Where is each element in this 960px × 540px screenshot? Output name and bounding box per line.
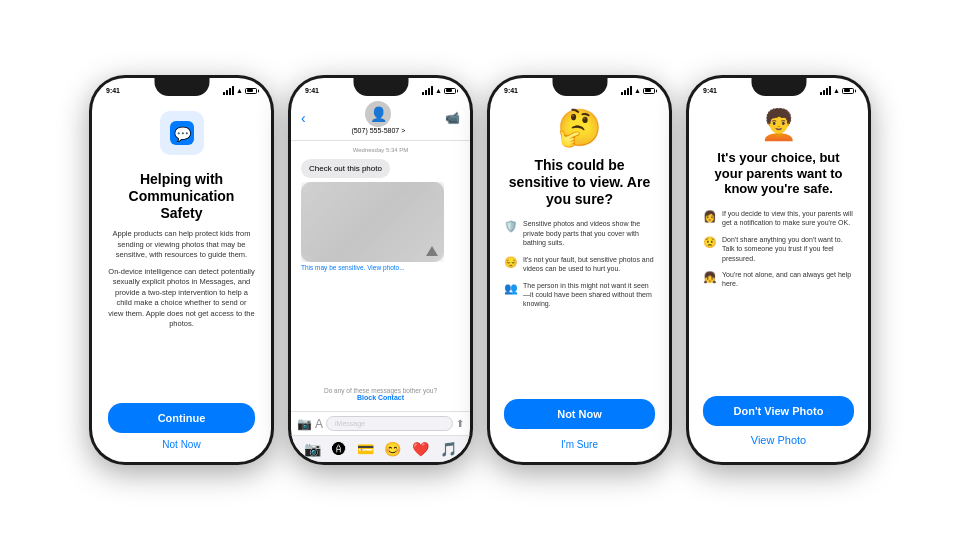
wifi-1: ▲ [236,87,243,94]
notch-2 [353,78,408,96]
send-icon[interactable]: ⬆ [456,418,464,429]
message-input[interactable]: iMessage [326,416,453,431]
battery-2 [444,88,456,94]
reason-text-3-2: The person in this might not want it see… [523,281,655,309]
phone3-content: 🤔 This could be sensitive to view. Are y… [490,97,669,462]
apps-icon[interactable]: A [315,417,323,431]
signal-3 [621,86,632,95]
notch-3 [552,78,607,96]
status-icons-4: ▲ [820,86,854,95]
phone1-desc1: Apple products can help protect kids fro… [108,229,255,261]
reason-item-4-1: 😟 Don't share anything you don't want to… [703,235,854,263]
contact-number: (507) 555-5807 > [351,127,405,134]
signal-1 [223,86,234,95]
communication-safety-icon: 💬 [160,111,204,163]
time-1: 9:41 [106,87,120,94]
phones-container: 9:41 ▲ [69,55,891,485]
svg-text:💬: 💬 [173,126,191,143]
phone4-content: 🧑‍🦱 It's your choice, but your parents w… [689,97,868,462]
time-2: 9:41 [305,87,319,94]
phone-2: 9:41 ▲ ‹ 👤 [288,75,473,465]
phone-1: 9:41 ▲ [89,75,274,465]
crown-emoji: 🧑‍🦱 [760,107,797,142]
reason-icon-4-2: 👧 [703,271,717,284]
notch-4 [751,78,806,96]
app-dock: 📷 🅐 💳 😊 ❤️ 🎵 [291,435,470,462]
battery-1 [245,88,257,94]
not-now-button-3[interactable]: Not Now [504,399,655,429]
status-icons-2: ▲ [422,86,456,95]
reason-text-3-0: Sensitive photos and videos show the pri… [523,219,655,247]
time-3: 9:41 [504,87,518,94]
appstore-dock-icon[interactable]: 🅐 [332,441,346,457]
notch-1 [154,78,209,96]
camera-dock-icon[interactable]: 📷 [304,441,321,457]
phone3-buttons: Not Now I'm Sure [504,399,655,450]
camera-icon[interactable]: 📷 [297,417,312,431]
reason-list-3: 🛡️ Sensitive photos and videos show the … [504,219,655,309]
reason-text-3-1: It's not your fault, but sensitive photo… [523,255,655,274]
block-contact-button[interactable]: Block Contact [301,394,460,401]
phone1-desc2: On-device intelligence can detect potent… [108,267,255,330]
contact-avatar: 👤 [365,101,391,127]
message-input-bar: 📷 A iMessage ⬆ [291,411,470,435]
im-sure-button[interactable]: I'm Sure [561,439,598,450]
blurred-photo [301,182,444,262]
reason-text-4-2: You're not alone, and can always get hel… [722,270,854,289]
status-icons-3: ▲ [621,86,655,95]
reason-item-4-2: 👧 You're not alone, and can always get h… [703,270,854,289]
phone1-content: 💬 Helping with Communication Safety Appl… [92,97,271,462]
phone-4: 9:41 ▲ 🧑‍🦱 It's your choice, bu [686,75,871,465]
reason-icon-3-2: 👥 [504,282,518,295]
block-prompt-text: Do any of these messages bother you? [301,387,460,394]
signal-4 [820,86,831,95]
reason-text-4-0: If you decide to view this, your parents… [722,209,854,228]
block-contact-area: Do any of these messages bother you? Blo… [301,383,460,405]
phone3-title: This could be sensitive to view. Are you… [504,157,655,207]
phone4-title: It's your choice, but your parents want … [703,150,854,197]
reason-item-4-0: 👩 If you decide to view this, your paren… [703,209,854,228]
message-timestamp: Wednesday 5:34 PM [301,147,460,153]
not-now-button-1[interactable]: Not Now [162,439,200,450]
view-photo-link[interactable]: View photo... [367,264,404,271]
dont-view-photo-button[interactable]: Don't View Photo [703,396,854,426]
reason-list-4: 👩 If you decide to view this, your paren… [703,209,854,289]
video-call-icon[interactable]: 📹 [445,111,460,125]
applepay-dock-icon[interactable]: 💳 [357,441,374,457]
wifi-2: ▲ [435,87,442,94]
continue-button[interactable]: Continue [108,403,255,433]
wifi-4: ▲ [833,87,840,94]
status-icons-1: ▲ [223,86,257,95]
phone4-buttons: Don't View Photo View Photo [703,396,854,450]
contact-info: 👤 (507) 555-5807 > [312,101,445,134]
thinking-emoji: 🤔 [557,107,602,149]
battery-3 [643,88,655,94]
time-4: 9:41 [703,87,717,94]
heart-dock-icon[interactable]: ❤️ [412,441,429,457]
back-button[interactable]: ‹ [301,110,306,126]
reason-icon-3-1: 😔 [504,256,518,269]
signal-2 [422,86,433,95]
reason-item-3-2: 👥 The person in this might not want it s… [504,281,655,309]
phone1-title: Helping with Communication Safety [108,171,255,221]
reason-icon-4-0: 👩 [703,210,717,223]
reason-icon-3-0: 🛡️ [504,220,518,233]
reason-item-3-0: 🛡️ Sensitive photos and videos show the … [504,219,655,247]
messages-header: ‹ 👤 (507) 555-5807 > 📹 [291,97,470,141]
memoji-dock-icon[interactable]: 😊 [384,441,401,457]
messages-area: Wednesday 5:34 PM Check out this photo T… [291,141,470,411]
wifi-3: ▲ [634,87,641,94]
reason-text-4-1: Don't share anything you don't want to. … [722,235,854,263]
reason-icon-4-1: 😟 [703,236,717,249]
sensitive-notice: This may be sensitive. View photo... [301,264,405,271]
battery-4 [842,88,854,94]
reason-item-3-1: 😔 It's not your fault, but sensitive pho… [504,255,655,274]
message-bubble: Check out this photo [301,159,390,178]
music-dock-icon[interactable]: 🎵 [440,441,457,457]
phone-3: 9:41 ▲ 🤔 This could be sensitive [487,75,672,465]
play-icon [426,246,438,256]
view-photo-button[interactable]: View Photo [747,430,810,450]
